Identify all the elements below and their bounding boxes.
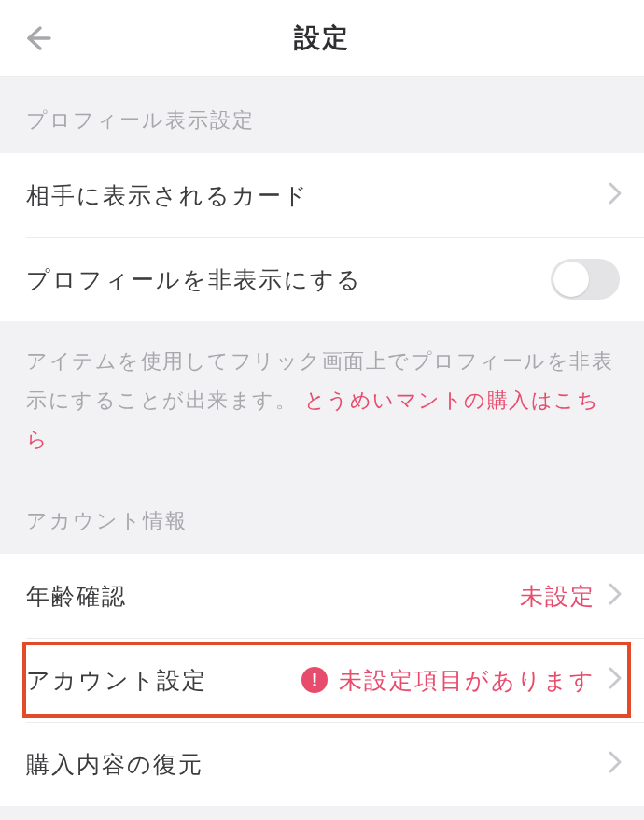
page-title: 設定 (0, 21, 644, 56)
age-verify-value: 未設定 (520, 581, 595, 612)
toggle-knob (553, 262, 589, 297)
alert-icon: ! (301, 667, 328, 693)
chevron-right-icon (607, 581, 623, 611)
row-account-settings[interactable]: アカウント設定 ! 未設定項目があります (0, 638, 644, 722)
section-header-account: アカウント情報 (0, 481, 644, 554)
chevron-right-icon (607, 180, 623, 210)
arrow-left-icon (23, 24, 51, 52)
chevron-right-icon (607, 749, 623, 779)
row-hide-profile: プロフィールを非表示にする (0, 237, 644, 321)
row-card-shown[interactable]: 相手に表示されるカード (0, 153, 644, 237)
header-bar: 設定 (0, 0, 644, 77)
account-settings-warning: 未設定項目があります (339, 665, 595, 696)
row-label: 購入内容の復元 (26, 749, 607, 780)
row-label: 相手に表示されるカード (26, 180, 607, 211)
chevron-right-icon (607, 665, 623, 695)
row-restore-purchases[interactable]: 購入内容の復元 (0, 722, 644, 806)
section-header-profile: プロフィール表示設定 (0, 77, 644, 153)
row-label: プロフィールを非表示にする (26, 264, 551, 295)
profile-hide-description: アイテムを使用してフリック画面上でプロフィールを非表示にすることが出来ます。 と… (0, 321, 644, 481)
back-button[interactable] (17, 18, 58, 59)
row-label: アカウント設定 (26, 665, 301, 696)
row-age-verification[interactable]: 年齢確認 未設定 (0, 554, 644, 638)
hide-profile-toggle[interactable] (551, 259, 620, 300)
section-header-notify: 通知設定 (0, 806, 644, 820)
row-label: 年齢確認 (26, 581, 520, 612)
profile-list: 相手に表示されるカード プロフィールを非表示にする (0, 153, 644, 321)
account-list: 年齢確認 未設定 アカウント設定 ! 未設定項目があります 購入内容の復元 (0, 554, 644, 806)
